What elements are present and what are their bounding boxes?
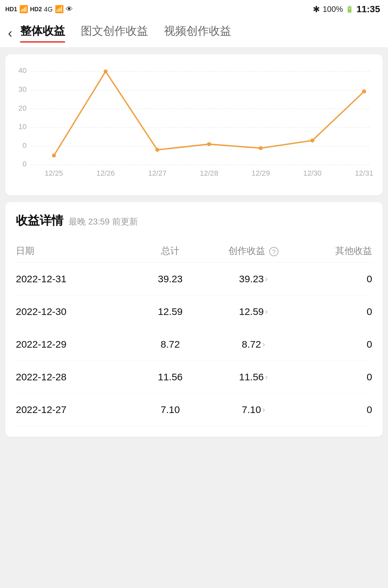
chevron-right-icon: › [265,372,268,382]
creation-amount: 12.59 [239,306,264,317]
svg-text:0: 0 [22,160,26,168]
cell-other: 0 [301,404,372,415]
svg-text:12/29: 12/29 [251,169,270,177]
svg-text:12/27: 12/27 [148,169,167,177]
cell-creation[interactable]: 11.56 › [206,371,301,383]
svg-text:40: 40 [18,66,27,75]
table-row[interactable]: 2022-12-29 8.72 8.72 › 0 [16,328,372,361]
cell-date: 2022-12-29 [16,339,135,350]
col-other: 其他收益 [301,245,372,257]
battery-icon: 🔋 [345,5,354,13]
nav-tabs: 整体收益 图文创作收益 视频创作收益 [20,23,380,43]
battery-percentage: 100% [323,5,343,14]
col-date: 日期 [16,245,135,257]
table-row[interactable]: 2022-12-27 7.10 7.10 › 0 [16,394,372,426]
creation-amount: 39.23 [239,273,264,285]
svg-point-20 [104,69,108,73]
details-subtitle: 最晚 23:59 前更新 [69,216,138,227]
table-row[interactable]: 2022-12-31 39.23 39.23 › 0 [16,263,372,295]
bluetooth-icon: ✱ [313,4,320,15]
hd2-icon: HD2 [30,6,42,13]
chart-area: 40 30 20 10 0 0 12/25 12/26 12/27 12/28 … [11,62,377,188]
svg-text:10: 10 [18,122,27,131]
cell-creation[interactable]: 8.72 › [206,339,301,350]
tab-video[interactable]: 视频创作收益 [164,23,231,43]
cell-total: 39.23 [135,273,206,285]
cell-date: 2022-12-30 [16,306,135,317]
cell-date: 2022-12-31 [16,273,135,285]
signal-icons: 📶 [19,5,28,14]
cell-other: 0 [301,306,372,317]
svg-point-19 [52,154,56,157]
cell-total: 11.56 [135,371,206,383]
cell-date: 2022-12-27 [16,404,135,415]
svg-point-22 [207,142,211,146]
details-title: 收益详情 [16,213,63,229]
help-icon[interactable]: ? [269,247,278,256]
cell-other: 0 [301,371,372,383]
cell-creation[interactable]: 12.59 › [206,306,301,317]
eye-icon: 👁 [66,5,73,14]
cell-creation[interactable]: 7.10 › [206,404,301,415]
chevron-right-icon: › [262,405,265,414]
status-bar: HD1 📶 HD2 4G 📶 👁 ✱ 100% 🔋 11:35 [0,0,388,18]
nav-header: ‹ 整体收益 图文创作收益 视频创作收益 [0,18,388,48]
svg-point-25 [362,89,366,93]
status-signals: HD1 📶 HD2 4G 📶 👁 [5,5,73,14]
tab-overall[interactable]: 整体收益 [20,23,65,43]
chevron-right-icon: › [265,274,268,284]
table-row[interactable]: 2022-12-30 12.59 12.59 › 0 [16,295,372,328]
svg-text:12/30: 12/30 [303,169,322,177]
status-time: 11:35 [356,4,380,15]
svg-point-24 [310,138,314,142]
table-rows: 2022-12-31 39.23 39.23 › 0 2022-12-30 12… [16,263,372,426]
chart-card: 40 30 20 10 0 0 12/25 12/26 12/27 12/28 … [5,54,383,195]
col-creation: 创作收益 ? [206,245,301,257]
table-header: 日期 总计 创作收益 ? 其他收益 [16,239,372,263]
svg-text:12/28: 12/28 [200,169,218,177]
cell-total: 7.10 [135,404,206,415]
svg-text:12/25: 12/25 [45,169,63,177]
chevron-right-icon: › [265,307,268,316]
svg-point-21 [155,148,159,152]
creation-amount: 11.56 [239,371,264,383]
tab-graphic[interactable]: 图文创作收益 [81,23,148,43]
cell-other: 0 [301,339,372,350]
svg-text:20: 20 [18,104,27,112]
svg-text:30: 30 [18,85,27,93]
cell-total: 12.59 [135,306,206,317]
svg-point-23 [259,146,263,150]
svg-text:0: 0 [22,141,26,150]
svg-text:12/26: 12/26 [96,169,115,177]
details-card: 收益详情 最晚 23:59 前更新 日期 总计 创作收益 ? 其他收益 2022… [5,202,383,437]
cell-creation[interactable]: 39.23 › [206,273,301,285]
col-total: 总计 [135,245,206,257]
wifi-icon: 📶 [55,5,64,14]
line-chart: 40 30 20 10 0 0 12/25 12/26 12/27 12/28 … [11,62,377,188]
signal-4g-icon: 4G [44,6,53,13]
status-right: ✱ 100% 🔋 11:35 [313,4,380,15]
cell-date: 2022-12-28 [16,371,135,383]
creation-amount: 7.10 [242,404,261,415]
cell-other: 0 [301,273,372,285]
hd1-icon: HD1 [5,6,17,13]
table-row[interactable]: 2022-12-28 11.56 11.56 › 0 [16,361,372,394]
chevron-right-icon: › [262,340,265,349]
creation-amount: 8.72 [242,339,261,350]
back-button[interactable]: ‹ [8,26,12,40]
cell-total: 8.72 [135,339,206,350]
svg-text:12/31: 12/31 [355,169,373,177]
details-header: 收益详情 最晚 23:59 前更新 [16,213,372,229]
